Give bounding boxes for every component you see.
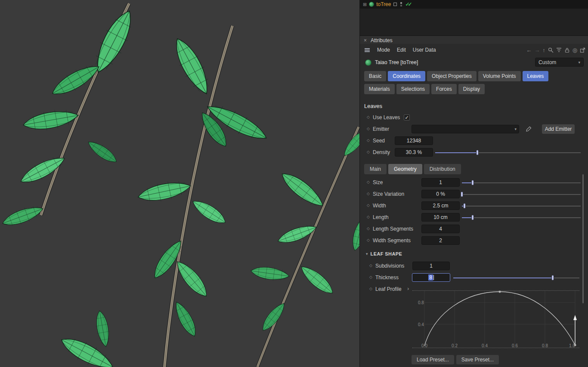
leaf-shape-section-header[interactable]: ▾ LEAF SHAPE	[360, 250, 588, 258]
key-diamond-icon[interactable]: ◇	[367, 215, 370, 219]
object-manager-row[interactable]: ⊞ toTree ✓✓	[360, 0, 588, 9]
key-diamond-icon[interactable]: ◇	[367, 126, 370, 131]
key-diamond-icon[interactable]: ◇	[367, 238, 370, 242]
tab-basic[interactable]: Basic	[364, 71, 386, 81]
param-row-seed: ◇ Seed 12348	[360, 135, 588, 147]
search-icon[interactable]	[548, 47, 554, 53]
use-leaves-checkbox[interactable]: ✓	[404, 114, 410, 120]
density-input[interactable]: 30.3 %	[395, 148, 433, 157]
add-emitter-button[interactable]: Add Emitter	[542, 124, 575, 134]
chevron-down-icon[interactable]: ▾	[366, 252, 368, 256]
object-name: Taiao Tree [toTree]	[375, 59, 418, 65]
tree-object-icon	[365, 59, 371, 66]
density-slider[interactable]	[435, 150, 581, 155]
viewport-3d[interactable]	[0, 0, 359, 367]
menu-edit[interactable]: Edit	[397, 47, 406, 53]
svg-text:0.6: 0.6	[512, 343, 518, 348]
preset-dropdown-value: Custom	[538, 59, 556, 65]
layer-dots-icon[interactable]	[399, 2, 403, 7]
key-diamond-icon[interactable]: ◇	[367, 138, 370, 142]
tab-volume-points[interactable]: Volume Points	[478, 71, 521, 81]
size-slider[interactable]	[462, 180, 581, 185]
leaf-profile-curve-editor[interactable]: 0.80.40.00.20.40.60.81.0	[412, 290, 579, 348]
param-row-emitter: ◇ Emitter ▾ Add Emitter	[360, 123, 588, 135]
preset-footer: Load Preset... Save Preset...	[412, 355, 588, 364]
subtab-geometry[interactable]: Geometry	[388, 164, 422, 174]
param-label: Seed	[373, 138, 385, 144]
panel-title: Attributes	[371, 37, 393, 43]
expander-icon[interactable]: ›	[407, 285, 409, 292]
length-input[interactable]: 10 cm	[421, 213, 460, 222]
lock-icon[interactable]	[564, 47, 570, 53]
key-diamond-icon[interactable]: ◇	[367, 115, 370, 119]
width-input[interactable]: 2.5 cm	[421, 201, 460, 210]
subtab-main[interactable]: Main	[364, 164, 387, 174]
tab-display[interactable]: Display	[458, 84, 485, 94]
hierarchy-expand-icon[interactable]: ⊞	[363, 2, 367, 7]
param-label: Width Segments	[373, 237, 411, 244]
back-arrow-icon[interactable]: ←	[526, 47, 532, 53]
key-diamond-icon[interactable]: ◇	[369, 275, 372, 279]
tab-selections[interactable]: Selections	[396, 84, 430, 94]
forward-arrow-icon[interactable]: →	[534, 47, 540, 53]
param-row-size: ◇ Size 1	[360, 177, 588, 188]
tab-forces[interactable]: Forces	[431, 84, 457, 94]
svg-text:0.8: 0.8	[418, 300, 424, 305]
tab-object-properties[interactable]: Object Properties	[427, 71, 477, 81]
enabled-check-icon[interactable]: ✓✓	[405, 1, 412, 7]
menu-user-data[interactable]: User Data	[413, 47, 436, 53]
object-manager-item-label[interactable]: toTree	[376, 1, 391, 7]
hamburger-menu-icon[interactable]	[364, 48, 370, 52]
width-segments-input[interactable]: 2	[421, 236, 460, 245]
size-variation-slider[interactable]	[462, 191, 581, 197]
seed-input[interactable]: 12348	[395, 136, 433, 145]
key-diamond-icon[interactable]: ◇	[369, 263, 372, 268]
param-row-use-leaves: ◇ Use Leaves ✓	[360, 112, 588, 123]
external-window-icon[interactable]	[580, 47, 585, 53]
param-label: Length	[373, 214, 389, 220]
key-diamond-icon[interactable]: ◇	[367, 150, 370, 154]
close-icon[interactable]: ×	[364, 37, 367, 43]
thickness-input[interactable]: 8	[412, 273, 450, 282]
target-icon[interactable]: ◎	[573, 47, 577, 53]
load-preset-button[interactable]: Load Preset...	[412, 355, 454, 364]
emitter-link-field[interactable]: ▾	[412, 125, 519, 133]
right-panel: ⊞ toTree ✓✓ × Attributes Mode Edit User …	[359, 0, 588, 367]
menu-mode[interactable]: Mode	[377, 47, 390, 53]
preset-dropdown[interactable]: Custom ▾	[535, 58, 584, 67]
thickness-slider[interactable]	[453, 275, 579, 281]
key-diamond-icon[interactable]: ◇	[367, 203, 370, 207]
attributes-titlebar: × Attributes	[360, 36, 588, 44]
param-row-thickness: ◇ Thickness 8	[360, 272, 588, 284]
attributes-menubar: Mode Edit User Data ← → ↑ ◎	[360, 44, 588, 56]
save-preset-button[interactable]: Save Preset...	[456, 355, 499, 364]
param-label: Width	[373, 203, 386, 209]
filter-icon[interactable]	[556, 47, 562, 52]
key-diamond-icon[interactable]: ◇	[369, 287, 372, 291]
param-label: Subdivisions	[375, 263, 404, 269]
length-segments-input[interactable]: 4	[421, 225, 460, 233]
size-variation-input[interactable]: 0 %	[421, 190, 460, 198]
key-diamond-icon[interactable]: ◇	[367, 191, 370, 196]
up-arrow-icon[interactable]: ↑	[542, 47, 545, 53]
width-slider[interactable]	[462, 203, 581, 209]
subdivisions-input[interactable]: 1	[412, 262, 450, 270]
key-diamond-icon[interactable]: ◇	[367, 180, 370, 184]
panel-scrollbar[interactable]	[582, 174, 584, 303]
subtab-distribution[interactable]: Distribution	[424, 164, 461, 174]
visibility-toggle-icon[interactable]	[393, 2, 397, 6]
tab-materials[interactable]: Materials	[364, 84, 395, 94]
key-diamond-icon[interactable]: ◇	[367, 226, 370, 231]
tab-coordinates[interactable]: Coordinates	[388, 71, 425, 81]
section-heading-leaves: Leaves	[360, 102, 588, 110]
size-input[interactable]: 1	[421, 178, 460, 187]
leaf-shape-heading: LEAF SHAPE	[371, 251, 402, 256]
attribute-tabs: Basic Coordinates Object Properties Volu…	[360, 69, 588, 94]
tab-leaves[interactable]: Leaves	[523, 71, 549, 81]
param-label: Emitter	[373, 126, 389, 132]
length-slider[interactable]	[462, 215, 581, 220]
param-label: Length Segments	[373, 226, 413, 232]
chevron-down-icon[interactable]: ▾	[514, 127, 517, 131]
eyedropper-icon[interactable]	[526, 126, 532, 133]
tree-object-icon	[369, 2, 374, 7]
